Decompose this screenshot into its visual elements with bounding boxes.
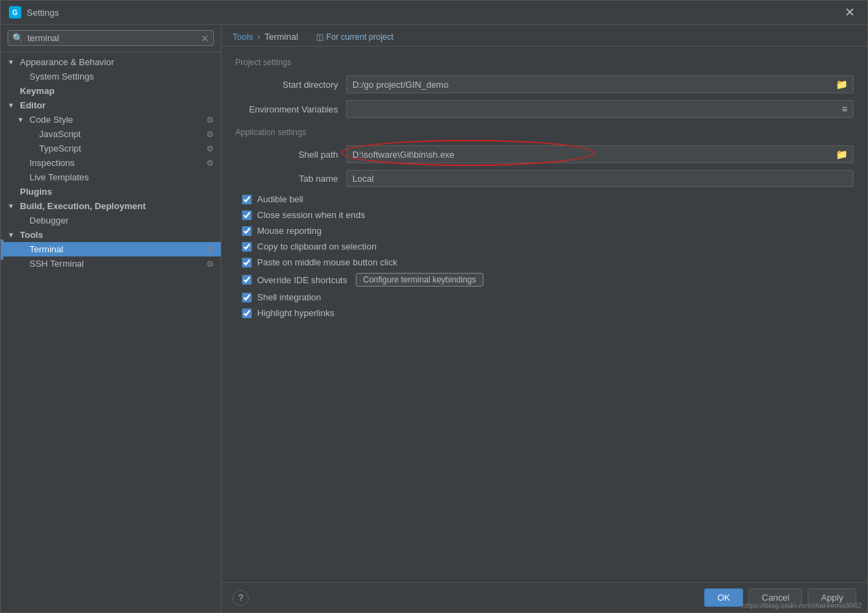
close-session-checkbox[interactable] — [242, 211, 252, 220]
shell-path-row: Shell path 📁 — [235, 145, 854, 163]
sidebar-item-ssh-terminal[interactable]: SSH Terminal ⚙ — [1, 256, 221, 271]
config-icon: ⚙ — [206, 158, 214, 168]
shell-path-input[interactable] — [346, 145, 830, 163]
watermark: https://blog.csdn.net/zhanremo3062 — [742, 601, 862, 610]
breadcrumb-separator: › — [257, 32, 260, 42]
sidebar-item-label: Live Templates — [29, 172, 214, 182]
search-wrap: 🔍 ✕ — [8, 30, 214, 46]
right-panel: Tools › Terminal ◫ For current project P… — [221, 25, 867, 612]
breadcrumb: Tools › Terminal ◫ For current project — [221, 25, 867, 47]
sidebar: 🔍 ✕ ▼ Appearance & Behavior System Setti… — [1, 25, 221, 612]
breadcrumb-tools[interactable]: Tools — [232, 32, 253, 42]
environment-variables-label: Environment Variables — [235, 104, 338, 115]
sidebar-item-live-templates[interactable]: Live Templates — [1, 170, 221, 184]
start-directory-browse-button[interactable]: 📁 — [830, 75, 854, 93]
config-icon: ⚙ — [206, 259, 214, 269]
config-icon: ⚙ — [206, 115, 214, 125]
sidebar-item-tools[interactable]: ▼ Tools — [1, 228, 221, 242]
audible-bell-label: Audible bell — [257, 194, 303, 204]
project-icon: ◫ — [316, 32, 324, 42]
main-content: 🔍 ✕ ▼ Appearance & Behavior System Setti… — [1, 25, 867, 612]
start-directory-label: Start directory — [235, 80, 338, 90]
sidebar-item-label: Debugger — [29, 215, 214, 226]
arrow-icon: ▼ — [8, 58, 17, 66]
breadcrumb-project: ◫ For current project — [316, 32, 394, 42]
override-shortcuts-label: Override IDE shortcuts — [257, 275, 348, 285]
paste-middle-row: Paste on middle mouse button click — [235, 257, 854, 267]
sidebar-item-javascript[interactable]: JavaScript ⚙ — [1, 127, 221, 141]
tab-name-label: Tab name — [235, 173, 338, 184]
sidebar-item-typescript[interactable]: TypeScript ⚙ — [1, 141, 221, 156]
sidebar-item-editor[interactable]: ▼ Editor — [1, 98, 221, 112]
copy-clipboard-label: Copy to clipboard on selection — [257, 241, 376, 252]
sidebar-item-label: Plugins — [20, 187, 214, 197]
close-button[interactable]: ✕ — [841, 5, 859, 20]
sidebar-item-code-style[interactable]: ▼ Code Style ⚙ — [1, 112, 221, 127]
sidebar-item-label: JavaScript — [39, 129, 204, 139]
sidebar-item-keymap[interactable]: Keymap — [1, 84, 221, 98]
mouse-reporting-checkbox[interactable] — [242, 226, 252, 236]
environment-variables-row: Environment Variables ≡ — [235, 100, 854, 118]
close-session-row: Close session when it ends — [235, 210, 854, 220]
sidebar-item-appearance[interactable]: ▼ Appearance & Behavior — [1, 55, 221, 69]
tab-name-input[interactable] — [346, 170, 854, 187]
sidebar-item-label: Editor — [20, 100, 214, 110]
application-settings-label: Application settings — [235, 128, 854, 137]
override-shortcuts-checkbox[interactable] — [242, 275, 252, 285]
env-vars-input-wrap: ≡ — [346, 100, 854, 118]
start-directory-input-wrap: 📁 — [346, 75, 854, 93]
sidebar-item-label: Appearance & Behavior — [20, 57, 214, 67]
env-vars-browse-button[interactable]: ≡ — [836, 100, 854, 118]
sidebar-item-label: Tools — [20, 230, 214, 240]
sidebar-item-label: SSH Terminal — [29, 259, 204, 269]
window-title: Settings — [27, 8, 59, 18]
mouse-reporting-row: Mouse reporting — [235, 226, 854, 236]
search-clear-button[interactable]: ✕ — [201, 34, 209, 43]
copy-clipboard-checkbox[interactable] — [242, 242, 252, 252]
shell-path-input-wrap: 📁 — [346, 145, 854, 163]
mouse-reporting-label: Mouse reporting — [257, 226, 322, 236]
environment-variables-input[interactable] — [346, 100, 836, 118]
sidebar-item-label: System Settings — [29, 71, 214, 82]
sidebar-item-terminal[interactable]: Terminal ⚙ — [1, 242, 221, 256]
sidebar-item-plugins[interactable]: Plugins — [1, 184, 221, 199]
close-session-label: Close session when it ends — [257, 210, 365, 220]
tab-name-row: Tab name — [235, 170, 854, 187]
highlight-hyperlinks-row: Highlight hyperlinks — [235, 308, 854, 318]
audible-bell-checkbox[interactable] — [242, 195, 252, 204]
sidebar-item-label: Code Style — [29, 115, 204, 125]
search-box: 🔍 ✕ — [1, 25, 221, 52]
search-input[interactable] — [27, 33, 197, 43]
audible-bell-row: Audible bell — [235, 194, 854, 204]
start-directory-input[interactable] — [346, 75, 830, 93]
sidebar-item-system-settings[interactable]: System Settings — [1, 69, 221, 84]
app-icon: G — [9, 6, 21, 19]
copy-clipboard-row: Copy to clipboard on selection — [235, 241, 854, 252]
paste-middle-label: Paste on middle mouse button click — [257, 257, 398, 267]
sidebar-item-label: Inspections — [29, 158, 204, 168]
override-shortcuts-row: Override IDE shortcuts Configure termina… — [235, 273, 854, 287]
sidebar-item-label: TypeScript — [39, 143, 204, 154]
sidebar-item-build[interactable]: ▼ Build, Execution, Deployment — [1, 199, 221, 213]
paste-middle-checkbox[interactable] — [242, 258, 252, 267]
shell-integration-checkbox[interactable] — [242, 293, 252, 302]
sidebar-item-debugger[interactable]: Debugger — [1, 213, 221, 228]
project-label: For current project — [326, 32, 394, 42]
sidebar-item-label: Terminal — [29, 244, 204, 254]
config-icon: ⚙ — [206, 130, 214, 139]
shell-path-browse-button[interactable]: 📁 — [830, 145, 854, 163]
shell-integration-row: Shell integration — [235, 292, 854, 302]
highlight-hyperlinks-checkbox[interactable] — [242, 309, 252, 318]
ok-button[interactable]: OK — [704, 588, 743, 607]
project-settings-label: Project settings — [235, 58, 854, 67]
title-bar: G Settings ✕ — [1, 1, 867, 25]
sidebar-item-label: Build, Execution, Deployment — [20, 201, 214, 211]
help-button[interactable]: ? — [232, 590, 249, 606]
configure-keybindings-button[interactable]: Configure terminal keybindings — [356, 273, 484, 287]
shell-path-label: Shell path — [235, 149, 338, 160]
config-icon: ⚙ — [206, 144, 214, 154]
panel-content: Project settings Start directory 📁 Envir… — [221, 47, 867, 582]
config-icon: ⚙ — [206, 245, 214, 254]
search-icon: 🔍 — [12, 33, 23, 43]
sidebar-item-inspections[interactable]: Inspections ⚙ — [1, 156, 221, 170]
